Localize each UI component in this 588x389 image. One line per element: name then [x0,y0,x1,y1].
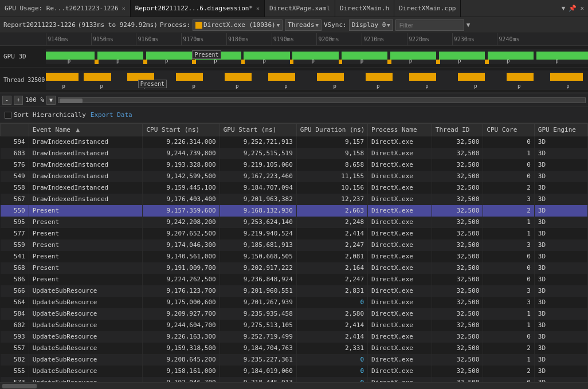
pin-icon[interactable]: 📌 [569,5,577,12]
table-row[interactable]: 595 Present 9,242,208,200 9,253,624,140 … [1,217,588,228]
col-header-process[interactable]: Process Name [368,124,432,136]
tab-directxpage[interactable]: DirectXPage.xaml [265,0,335,17]
cell-id: 568 [1,262,29,274]
cell-engine: 3D [534,320,587,331]
cell-thread: 32,500 [432,297,483,308]
cell-id: 550 [1,205,29,217]
close-icon[interactable]: ✕ [122,5,126,11]
cell-gpudur: 2,414 [296,228,367,239]
cell-cpustart: 9,242,208,200 [143,217,219,228]
zoom-out-button[interactable]: - [2,96,11,105]
table-row[interactable]: 584 UpdateSubResource 9,209,927,700 9,23… [1,308,588,320]
table-row[interactable]: 576 DrawIndexedInstanced 9,193,328,800 9… [1,159,588,171]
cell-gpustart: 9,201,960,551 [219,285,296,297]
zoom-dropdown-button[interactable]: ▼ [46,96,56,105]
thread-track[interactable]: p p p p p p p p p p p p Present [46,70,588,90]
cell-gpudur: 0 [296,377,367,383]
cell-gpudur: 10,156 [296,182,367,194]
table-row[interactable]: 593 UpdateSubResource 9,226,163,300 9,25… [1,331,588,343]
cell-core: 0 [483,331,534,343]
col-header-core[interactable]: CPU Core [483,124,534,136]
cell-core: 2 [483,182,534,194]
table-row[interactable]: 558 DrawIndexedInstanced 9,159,445,100 9… [1,182,588,194]
close-window-icon[interactable]: ✕ [580,5,584,12]
col-header-thread[interactable]: Thread ID [432,124,483,136]
tab-report[interactable]: Report20211122...6.diagsession * ✕ [131,0,265,17]
filter-dropdown-icon[interactable]: ▼ [467,21,471,29]
sort-hierarchically-checkbox[interactable] [5,112,11,119]
filter-input[interactable] [395,19,464,31]
cell-event: DrawIndexedInstanced [29,148,143,159]
zoom-in-button[interactable]: + [14,96,23,105]
cell-process: DirectX.exe [368,171,432,182]
col-header-id[interactable] [1,124,29,136]
cell-gpustart: 9,252,721,913 [219,136,296,148]
cell-thread: 32,500 [432,159,483,171]
cell-gpustart: 9,275,515,519 [219,148,296,159]
table-row[interactable]: 541 Present 9,140,561,000 9,150,668,505 … [1,251,588,262]
table-row[interactable]: 582 UpdateSubResource 9,208,645,200 9,23… [1,354,588,366]
col-header-cpustart[interactable]: CPU Start (ns) [143,124,219,136]
process-label: Process: [160,21,190,29]
table-row[interactable]: 602 UpdateSubResource 9,244,604,700 9,27… [1,320,588,331]
ruler-tick: 9170ms [181,33,226,46]
table-row[interactable]: 567 DrawIndexedInstanced 9,176,403,400 9… [1,194,588,205]
tab-gpu-usage[interactable]: GPU Usage: Re...t20211223-1226 ✕ [0,0,131,17]
col-header-engine[interactable]: GPU Engine [534,124,587,136]
cell-process: DirectX.exe [368,148,432,159]
close-icon[interactable]: ✕ [256,5,260,11]
cell-id: 584 [1,308,29,320]
cell-process: DirectX.exe [368,262,432,274]
tab-directxmain-cpp[interactable]: DirectXMain.cpp [394,0,461,17]
table-row[interactable]: 573 UpdateSubResource 9,192,046,700 9,21… [1,377,588,383]
table-row[interactable]: 550 Present 9,157,359,600 9,168,132,930 … [1,205,588,217]
cell-process: DirectX.exe [368,251,432,262]
table-row[interactable]: 568 Present 9,191,009,700 9,202,917,222 … [1,262,588,274]
table-row[interactable]: 586 Present 9,224,262,500 9,236,848,924 … [1,274,588,285]
gpu3d-track[interactable]: p p p p p p p p p p p Present [46,49,588,64]
process-dropdown[interactable]: DirectX.exe (10036) ▼ [193,19,283,31]
overflow-icon[interactable]: ▼ [562,5,566,12]
col-header-gpustart[interactable]: GPU Start (ns) [219,124,296,136]
cell-id: 559 [1,239,29,251]
col-header-event[interactable]: Event Name ▲ [29,124,143,136]
table-row[interactable]: 559 Present 9,174,046,300 9,185,681,913 … [1,239,588,251]
table-row[interactable]: 594 DrawIndexedInstanced 9,226,314,000 9… [1,136,588,148]
zoom-level: 100 % [25,96,44,104]
threads-dropdown[interactable]: Threads ▼ [285,19,322,31]
col-header-gpudur[interactable]: GPU Duration (ns) [296,124,367,136]
cell-core: 0 [483,274,534,285]
gpu3d-row: GPU 3D [0,46,588,68]
cell-engine: 3D [534,262,587,274]
title-controls: ▼ 📌 ✕ [558,5,588,12]
table-row[interactable]: 564 UpdateSubResource 9,175,000,600 9,20… [1,297,588,308]
table-row[interactable]: 549 DrawIndexedInstanced 9,142,599,500 9… [1,171,588,182]
table-row[interactable]: 577 Present 9,207,652,500 9,219,940,524 … [1,228,588,239]
scrollbar-thumb[interactable] [2,384,37,388]
table-row[interactable]: 557 UpdateSubResource 9,159,318,500 9,18… [1,343,588,354]
cell-core: 2 [483,366,534,377]
table-row[interactable]: 603 DrawIndexedInstanced 9,244,739,800 9… [1,148,588,159]
cell-gpudur: 2,414 [296,320,367,331]
cell-cpustart: 9,208,645,200 [143,354,219,366]
cell-gpustart: 9,201,267,939 [219,297,296,308]
cell-event: UpdateSubResource [29,308,143,320]
cell-gpustart: 9,185,681,913 [219,239,296,251]
export-data-button[interactable]: Export Data [91,111,132,119]
table-row[interactable]: 566 UpdateSubResource 9,176,123,700 9,20… [1,285,588,297]
table-toolbar: Sort Hierarchically Export Data [0,107,588,123]
cell-gpustart: 9,252,719,499 [219,331,296,343]
cell-core: 0 [483,377,534,383]
cell-engine: 3D [534,297,587,308]
cell-cpustart: 9,159,318,500 [143,343,219,354]
cell-gpustart: 9,253,624,140 [219,217,296,228]
cell-gpudur: 0 [296,366,367,377]
thread-row: Thread 32500 p p p p [0,68,588,93]
horizontal-scrollbar[interactable] [0,382,588,389]
cell-gpustart: 9,236,848,924 [219,274,296,285]
display-dropdown[interactable]: Display 0 ▼ [349,19,393,31]
cell-engine: 3D [534,251,587,262]
tab-directxmain-h[interactable]: DirectXMain.h [335,0,394,17]
table-row[interactable]: 555 UpdateSubResource 9,158,161,000 9,18… [1,366,588,377]
timeline-scrollbar[interactable] [58,97,586,103]
